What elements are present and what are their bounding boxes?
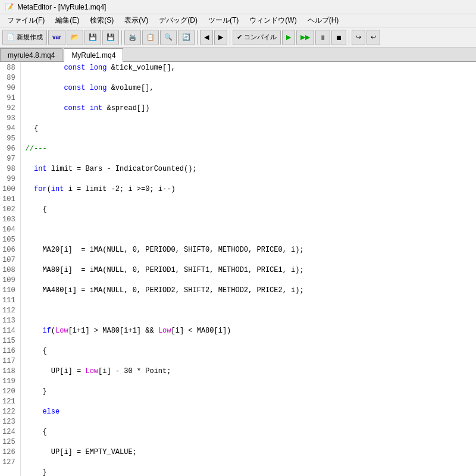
- code-line-104: }: [26, 387, 471, 397]
- pause-button[interactable]: ⏸: [315, 30, 330, 45]
- mql-icon: var: [52, 34, 61, 40]
- code-line-92: //---: [26, 144, 471, 154]
- sep1: [121, 30, 122, 45]
- replace-icon: 🔄: [182, 33, 190, 41]
- save2-button[interactable]: 💾: [102, 30, 119, 45]
- new-button[interactable]: 📄 新規作成: [2, 30, 47, 45]
- save-button[interactable]: 💾: [84, 30, 101, 45]
- code-line-93: int limit = Bars - IndicatorCounted();: [26, 164, 471, 174]
- code-line-101: if(Low[i+1] > MA80[i+1] && Low[i] < MA80…: [26, 326, 471, 336]
- back-icon: ◀: [204, 33, 209, 41]
- open-icon: 📂: [71, 33, 79, 41]
- code-line-98: MA80[i] = iMA(NULL, 0, PERIOD1, SHIFT1, …: [26, 265, 471, 275]
- tab-myrule48[interactable]: myrule4.8.mq4: [0, 48, 62, 61]
- tab-bar: myrule4.8.mq4 MyRule1.mq4: [0, 48, 476, 62]
- code-line-106: {: [26, 427, 471, 437]
- code-line-96: [26, 225, 471, 235]
- code-line-94: for(int i = limit -2; i >=0; i--): [26, 184, 471, 195]
- run-button[interactable]: ▶: [282, 30, 295, 45]
- stop-icon: ⏹: [336, 34, 342, 41]
- new-icon: 📄: [7, 33, 15, 41]
- copy-icon: 📋: [146, 33, 155, 41]
- menu-file[interactable]: ファイル(F): [2, 14, 49, 27]
- play-icon: ▶▶: [300, 33, 310, 41]
- code-line-88: const long &tick_volume[],: [26, 63, 471, 73]
- line-numbers: 88 89 90 91 92 93 94 95 96 97 98 99 100 …: [0, 62, 21, 476]
- code-line-100: [26, 306, 471, 316]
- sep2: [197, 30, 198, 45]
- code-line-95: {: [26, 205, 471, 215]
- find-button[interactable]: 🔍: [160, 30, 177, 45]
- toolbar: 📄 新規作成 var 📂 💾 💾 🖨️ 📋 🔍 🔄 ◀ ▶ ✔ コンパイル ▶ …: [0, 27, 476, 48]
- menu-bar: ファイル(F) 編集(E) 検索(S) 表示(V) デバッグ(D) ツール(T)…: [0, 14, 476, 27]
- stop-button[interactable]: ⏹: [331, 30, 346, 45]
- step-icon: ↪: [356, 33, 361, 41]
- code-line-89: const long &volume[],: [26, 83, 471, 93]
- pause-icon: ⏸: [320, 34, 326, 41]
- sep3: [230, 30, 230, 45]
- new-label: 新規作成: [17, 33, 43, 42]
- menu-window[interactable]: ウィンドウ(W): [245, 14, 301, 27]
- compile-icon: ✔: [237, 33, 242, 41]
- replace-button[interactable]: 🔄: [178, 30, 195, 45]
- tab-myrule1[interactable]: MyRule1.mq4: [64, 48, 123, 62]
- save2-icon: 💾: [107, 33, 115, 41]
- compile-label: コンパイル: [244, 33, 277, 42]
- code-area[interactable]: 88 89 90 91 92 93 94 95 96 97 98 99 100 …: [0, 62, 476, 476]
- code-line-99: MA480[i] = iMA(NULL, 0, PERIOD2, SHIFT2,…: [26, 286, 471, 296]
- app-icon: 📝: [5, 3, 14, 11]
- find-icon: 🔍: [164, 33, 173, 41]
- sep4: [349, 30, 349, 45]
- code-content[interactable]: const long &tick_volume[], const long &v…: [21, 62, 476, 476]
- compile-button[interactable]: ✔ コンパイル: [233, 30, 281, 45]
- run-icon: ▶: [286, 33, 291, 41]
- menu-edit[interactable]: 編集(E): [51, 14, 84, 27]
- save-icon: 💾: [89, 33, 97, 41]
- menu-tools[interactable]: ツール(T): [203, 14, 243, 27]
- code-line-90: const int &spread[]): [26, 104, 471, 114]
- forward-button[interactable]: ▶: [214, 30, 227, 45]
- mql-button[interactable]: var: [48, 30, 65, 45]
- copy-button[interactable]: 📋: [142, 30, 159, 45]
- back-button[interactable]: ◀: [200, 30, 213, 45]
- code-line-105: else: [26, 407, 471, 417]
- code-line-108: }: [26, 468, 471, 476]
- stepover-button[interactable]: ↩: [367, 30, 380, 45]
- code-line-102: {: [26, 346, 471, 356]
- stepover-icon: ↩: [371, 33, 376, 41]
- print-icon: 🖨️: [129, 33, 137, 41]
- menu-search[interactable]: 検索(S): [85, 14, 118, 27]
- menu-debug[interactable]: デバッグ(D): [154, 14, 202, 27]
- menu-help[interactable]: ヘルプ(H): [303, 14, 344, 27]
- code-line-107: UP[i] = EMPTY_VALUE;: [26, 447, 471, 458]
- code-line-97: MA20[i] = iMA(NULL, 0, PERIOD0, SHIFT0, …: [26, 245, 471, 255]
- play-button[interactable]: ▶▶: [296, 30, 314, 45]
- menu-view[interactable]: 表示(V): [120, 14, 153, 27]
- step-button[interactable]: ↪: [352, 30, 365, 45]
- code-line-103: UP[i] = Low[i] - 30 * Point;: [26, 367, 471, 377]
- print-button[interactable]: 🖨️: [124, 30, 141, 45]
- code-line-91: {: [26, 124, 471, 134]
- title-bar: 📝 MetaEditor - [MyRule1.mq4]: [0, 0, 476, 14]
- forward-icon: ▶: [218, 33, 223, 41]
- open-button[interactable]: 📂: [67, 30, 83, 45]
- window-title: MetaEditor - [MyRule1.mq4]: [17, 3, 106, 11]
